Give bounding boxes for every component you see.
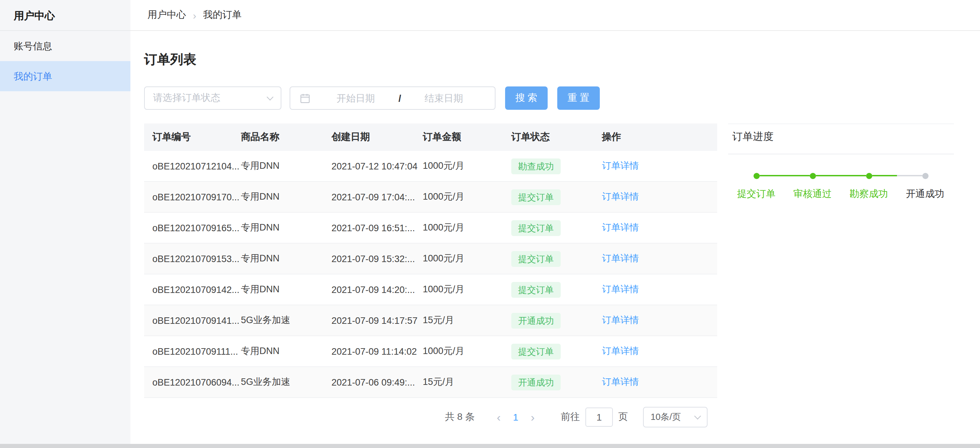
order-status-placeholder: 请选择订单状态: [153, 92, 220, 104]
order-status-select[interactable]: 请选择订单状态: [144, 86, 282, 110]
order-detail-link[interactable]: 订单详情: [602, 284, 639, 294]
page-size-select[interactable]: 10条/页: [643, 407, 708, 427]
status-badge: 勘查成功: [511, 158, 561, 174]
sidebar-item-label: 账号信息: [14, 40, 52, 51]
step-dot-icon: [810, 173, 816, 179]
column-header-order-no: 订单编号: [152, 131, 241, 143]
status-badge: 提交订单: [511, 251, 561, 267]
amount-cell: 15元/月: [423, 376, 511, 388]
date-range-picker: /: [290, 86, 495, 110]
sidebar: 用户中心 账号信息 我的订单: [0, 0, 130, 444]
reset-button[interactable]: 重 置: [557, 86, 600, 110]
sidebar-item-my-orders[interactable]: 我的订单: [0, 61, 130, 91]
created-date-cell: 2021-07-09 14:17:57: [331, 315, 423, 326]
page-number-1[interactable]: 1: [513, 411, 519, 423]
date-range-separator: /: [398, 93, 401, 103]
step-track: [841, 172, 897, 179]
progress-panel-title: 订单进度: [728, 124, 954, 154]
page-size-value: 10条/页: [651, 411, 681, 423]
table-row: oBE120210709153... 专用DNN 2021-07-09 15:3…: [144, 243, 717, 275]
order-progress-panel: 订单进度 提交订单 审核通过 勘察成功: [728, 124, 954, 200]
status-cell: 提交订单: [511, 251, 602, 267]
step-line-left: [784, 175, 810, 176]
step-label: 审核通过: [784, 188, 841, 200]
goto-page-input[interactable]: [585, 408, 613, 427]
order-detail-link[interactable]: 订单详情: [602, 315, 639, 325]
end-date-input[interactable]: [402, 92, 485, 104]
status-badge: 提交订单: [511, 282, 561, 297]
product-cell: 专用DNN: [241, 191, 331, 203]
action-cell: 订单详情: [602, 160, 717, 172]
sidebar-item-label: 我的订单: [14, 71, 52, 82]
progress-step: 开通成功: [897, 172, 953, 200]
search-button[interactable]: 搜 索: [505, 86, 548, 110]
action-cell: 订单详情: [602, 191, 717, 203]
step-dot-icon: [922, 173, 928, 179]
status-cell: 开通成功: [511, 313, 602, 328]
page-unit-label: 页: [618, 411, 628, 423]
chevron-down-icon: [694, 412, 701, 419]
step-line-left: [841, 175, 866, 176]
progress-step: 勘察成功: [841, 172, 897, 200]
created-date-cell: 2021-07-09 16:51:...: [331, 222, 423, 233]
browser-viewport: 用户中心 账号信息 我的订单 用户中心 › 我的订单 订单列表: [0, 0, 980, 448]
chevron-down-icon: [267, 93, 274, 100]
product-cell: 5G业务加速: [241, 314, 331, 327]
action-cell: 订单详情: [602, 253, 717, 265]
status-cell: 提交订单: [511, 189, 602, 205]
prev-page-button[interactable]: ‹: [497, 411, 501, 423]
status-badge: 提交订单: [511, 220, 561, 236]
step-label: 提交订单: [728, 188, 784, 200]
step-label: 开通成功: [897, 188, 953, 200]
created-date-cell: 2021-07-12 10:47:04: [331, 161, 423, 171]
order-no-cell: oBE120210709111...: [152, 346, 241, 356]
calendar-icon: [300, 93, 310, 103]
action-cell: 订单详情: [602, 314, 717, 327]
created-date-cell: 2021-07-09 15:32:...: [331, 254, 423, 264]
next-page-button[interactable]: ›: [531, 411, 535, 423]
table-body: oBE120210712104... 专用DNN 2021-07-12 10:4…: [144, 151, 717, 398]
amount-cell: 15元/月: [423, 314, 511, 327]
product-cell: 专用DNN: [241, 283, 331, 296]
action-cell: 订单详情: [602, 345, 717, 357]
order-list-table: 订单编号 商品名称 创建日期 订单金额 订单状态 操作 oBE120210712…: [144, 124, 717, 436]
goto-label: 前往: [561, 411, 580, 423]
pagination: 共 8 条 ‹ 1 › 前往 页 10条/页: [144, 398, 717, 436]
breadcrumb-home[interactable]: 用户中心: [148, 9, 186, 21]
order-detail-link[interactable]: 订单详情: [602, 377, 639, 387]
order-detail-link[interactable]: 订单详情: [602, 160, 639, 171]
order-detail-link[interactable]: 订单详情: [602, 191, 639, 202]
panel-divider: [728, 154, 954, 154]
created-date-cell: 2021-07-09 14:20:...: [331, 284, 423, 295]
sidebar-item-account-info[interactable]: 账号信息: [0, 31, 130, 61]
steps: 提交订单 审核通过 勘察成功 开通成功: [728, 172, 954, 200]
status-cell: 提交订单: [511, 343, 602, 359]
filter-bar: 请选择订单状态 /: [144, 86, 980, 110]
step-line-right: [872, 175, 897, 176]
order-detail-link[interactable]: 订单详情: [602, 253, 639, 264]
page-title: 订单列表: [144, 50, 980, 68]
column-header-product: 商品名称: [241, 131, 331, 143]
status-badge: 开通成功: [511, 374, 561, 390]
step-track: [728, 172, 784, 179]
product-cell: 5G业务加速: [241, 376, 331, 388]
amount-cell: 1000元/月: [423, 222, 511, 234]
created-date-cell: 2021-07-09 17:04:...: [331, 192, 423, 202]
table-row: oBE120210706094... 5G业务加速 2021-07-06 09:…: [144, 367, 717, 398]
table-header-row: 订单编号 商品名称 创建日期 订单金额 订单状态 操作: [144, 124, 717, 151]
step-line-left: [897, 175, 922, 176]
step-dot-icon: [866, 173, 872, 179]
amount-cell: 1000元/月: [423, 283, 511, 296]
step-label: 勘察成功: [841, 188, 897, 200]
column-header-amount: 订单金额: [423, 131, 511, 143]
order-no-cell: oBE120210709165...: [152, 222, 241, 233]
step-line-right: [759, 175, 784, 176]
order-detail-link[interactable]: 订单详情: [602, 222, 639, 233]
step-track: [784, 172, 841, 179]
column-header-created: 创建日期: [331, 131, 423, 143]
status-badge: 提交订单: [511, 189, 561, 205]
action-cell: 订单详情: [602, 222, 717, 234]
order-detail-link[interactable]: 订单详情: [602, 346, 639, 356]
order-no-cell: oBE120210706094...: [152, 377, 241, 387]
start-date-input[interactable]: [314, 92, 397, 104]
